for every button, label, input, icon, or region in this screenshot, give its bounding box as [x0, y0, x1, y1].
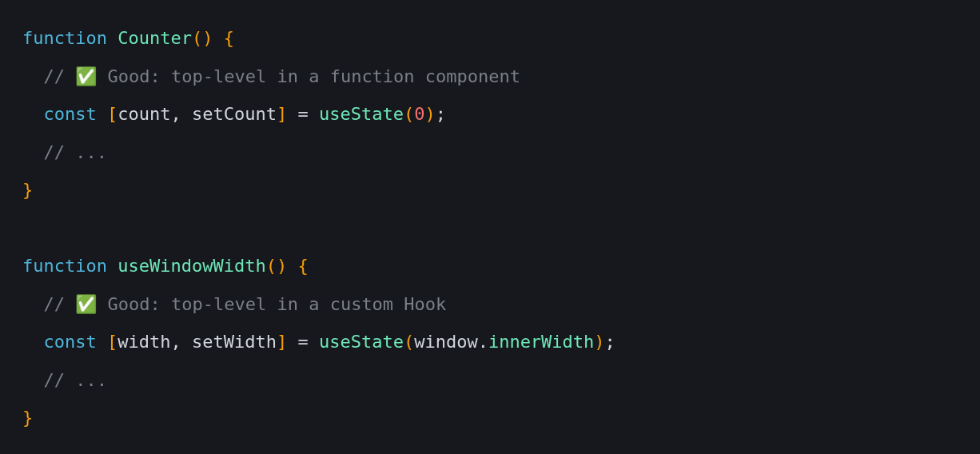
code-token — [97, 104, 107, 124]
code-token: ; — [436, 104, 446, 124]
code-token: // — [44, 66, 76, 86]
code-token: ] — [277, 332, 287, 352]
code-token: , — [170, 332, 192, 352]
code-token: [ — [107, 332, 118, 352]
code-token: { — [224, 28, 234, 48]
code-token: ✅ — [75, 66, 97, 86]
code-token: innerWidth — [488, 332, 594, 352]
code-token — [213, 28, 223, 48]
code-token: setCount — [192, 104, 277, 124]
code-token: [ — [107, 104, 118, 124]
code-token: = — [287, 332, 319, 352]
code-token: useState — [319, 104, 404, 124]
code-token: Counter — [118, 28, 192, 48]
code-token: setWidth — [192, 332, 277, 352]
code-token: useWindowWidth — [118, 256, 265, 276]
code-token: count — [118, 104, 170, 124]
code-token: function — [22, 256, 107, 276]
code-token: const — [44, 332, 97, 352]
code-token — [22, 104, 44, 124]
code-token: } — [22, 180, 33, 200]
code-token: = — [287, 104, 319, 124]
code-token: Good: top-level in a custom Hook — [97, 294, 446, 314]
code-block: function Counter() { // ✅ Good: top-leve… — [22, 19, 958, 437]
code-token: } — [22, 408, 33, 428]
code-token: window — [414, 332, 477, 352]
code-token: ; — [605, 332, 615, 352]
code-token — [287, 256, 297, 276]
code-token: () — [192, 28, 213, 48]
code-token: ) — [424, 104, 435, 124]
code-token: ) — [594, 332, 604, 352]
code-token: , — [170, 104, 192, 124]
code-token: 0 — [414, 104, 424, 124]
code-token: . — [478, 332, 488, 352]
code-content: function Counter() { // ✅ Good: top-leve… — [22, 28, 615, 428]
code-token: ] — [277, 104, 287, 124]
code-token — [22, 66, 44, 86]
code-token — [22, 142, 44, 162]
code-token: useState — [319, 332, 404, 352]
code-token — [107, 28, 118, 48]
code-token — [97, 332, 107, 352]
code-token: width — [118, 332, 170, 352]
code-token: function — [22, 28, 107, 48]
code-token — [107, 256, 118, 276]
code-token: const — [44, 104, 97, 124]
code-token: { — [297, 256, 308, 276]
code-token — [22, 370, 44, 390]
code-token: // ... — [44, 142, 107, 162]
code-token: ( — [404, 332, 414, 352]
code-token — [22, 332, 44, 352]
code-token: // — [44, 294, 76, 314]
code-token: ✅ — [75, 294, 97, 314]
code-token — [22, 294, 44, 314]
code-token: ( — [404, 104, 414, 124]
code-token: Good: top-level in a function component — [97, 66, 520, 86]
code-token: // ... — [44, 370, 107, 390]
code-token: () — [266, 256, 288, 276]
